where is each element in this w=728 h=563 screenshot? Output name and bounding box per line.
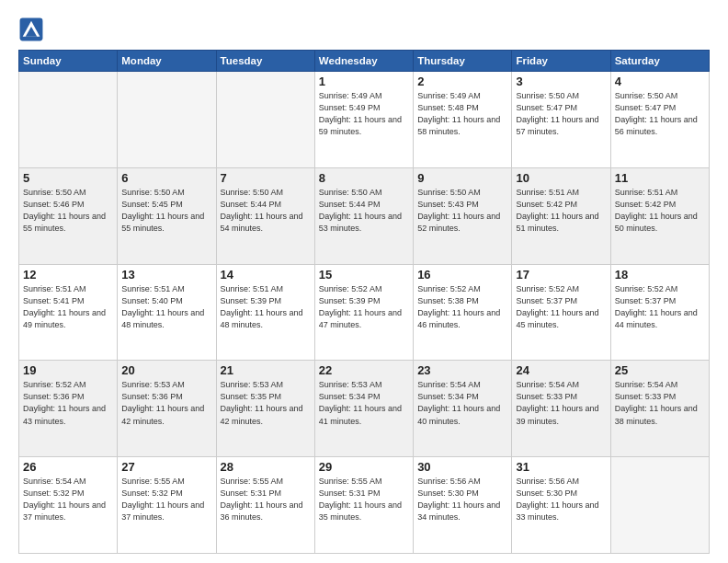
calendar-cell: 16Sunrise: 5:52 AM Sunset: 5:38 PM Dayli…: [414, 264, 512, 361]
calendar-cell: 9Sunrise: 5:50 AM Sunset: 5:43 PM Daylig…: [414, 167, 512, 264]
day-info: Sunrise: 5:52 AM Sunset: 5:36 PM Dayligh…: [23, 379, 113, 427]
calendar-cell: 28Sunrise: 5:55 AM Sunset: 5:31 PM Dayli…: [216, 457, 314, 554]
day-number: 20: [121, 363, 211, 377]
calendar-cell: [610, 457, 709, 554]
calendar-cell: 30Sunrise: 5:56 AM Sunset: 5:30 PM Dayli…: [414, 457, 512, 554]
calendar-cell: 15Sunrise: 5:52 AM Sunset: 5:39 PM Dayli…: [314, 264, 413, 361]
day-info: Sunrise: 5:52 AM Sunset: 5:39 PM Dayligh…: [319, 283, 409, 331]
day-info: Sunrise: 5:51 AM Sunset: 5:41 PM Dayligh…: [23, 283, 113, 331]
weekday-header-row: SundayMondayTuesdayWednesdayThursdayFrid…: [19, 51, 710, 72]
day-number: 14: [221, 268, 311, 282]
calendar-table: SundayMondayTuesdayWednesdayThursdayFrid…: [18, 50, 710, 554]
day-info: Sunrise: 5:53 AM Sunset: 5:36 PM Dayligh…: [121, 379, 211, 427]
day-number: 16: [417, 268, 507, 282]
day-info: Sunrise: 5:52 AM Sunset: 5:37 PM Dayligh…: [516, 283, 606, 331]
calendar-cell: 21Sunrise: 5:53 AM Sunset: 5:35 PM Dayli…: [216, 361, 314, 457]
weekday-saturday: Saturday: [610, 51, 709, 72]
day-number: 28: [221, 460, 311, 474]
logo: [18, 17, 48, 42]
day-info: Sunrise: 5:54 AM Sunset: 5:32 PM Dayligh…: [23, 476, 113, 523]
calendar-cell: 10Sunrise: 5:51 AM Sunset: 5:42 PM Dayli…: [512, 167, 610, 264]
day-info: Sunrise: 5:54 AM Sunset: 5:33 PM Dayligh…: [516, 379, 606, 427]
day-number: 11: [615, 171, 705, 185]
calendar-cell: 22Sunrise: 5:53 AM Sunset: 5:34 PM Dayli…: [314, 361, 413, 457]
week-row-4: 19Sunrise: 5:52 AM Sunset: 5:36 PM Dayli…: [19, 361, 710, 457]
day-number: 19: [23, 363, 113, 377]
day-number: 23: [417, 363, 507, 377]
week-row-1: 1Sunrise: 5:49 AM Sunset: 5:49 PM Daylig…: [19, 72, 710, 168]
calendar-cell: 23Sunrise: 5:54 AM Sunset: 5:34 PM Dayli…: [414, 361, 512, 457]
calendar-cell: 6Sunrise: 5:50 AM Sunset: 5:45 PM Daylig…: [118, 167, 216, 264]
day-info: Sunrise: 5:56 AM Sunset: 5:30 PM Dayligh…: [417, 476, 507, 523]
day-number: 8: [319, 171, 409, 185]
calendar-cell: 3Sunrise: 5:50 AM Sunset: 5:47 PM Daylig…: [512, 72, 610, 168]
day-info: Sunrise: 5:52 AM Sunset: 5:38 PM Dayligh…: [417, 283, 507, 331]
calendar-cell: 12Sunrise: 5:51 AM Sunset: 5:41 PM Dayli…: [19, 264, 118, 361]
day-number: 15: [319, 268, 409, 282]
day-info: Sunrise: 5:50 AM Sunset: 5:47 PM Dayligh…: [516, 90, 606, 138]
day-number: 4: [615, 75, 705, 88]
day-info: Sunrise: 5:50 AM Sunset: 5:43 PM Dayligh…: [417, 187, 507, 235]
week-row-3: 12Sunrise: 5:51 AM Sunset: 5:41 PM Dayli…: [19, 264, 710, 361]
day-info: Sunrise: 5:52 AM Sunset: 5:37 PM Dayligh…: [615, 283, 705, 331]
day-info: Sunrise: 5:49 AM Sunset: 5:48 PM Dayligh…: [417, 90, 507, 138]
day-info: Sunrise: 5:50 AM Sunset: 5:45 PM Dayligh…: [121, 187, 211, 235]
day-info: Sunrise: 5:54 AM Sunset: 5:34 PM Dayligh…: [417, 379, 507, 427]
calendar-cell: 11Sunrise: 5:51 AM Sunset: 5:42 PM Dayli…: [610, 167, 709, 264]
day-info: Sunrise: 5:51 AM Sunset: 5:42 PM Dayligh…: [516, 187, 606, 235]
day-number: 17: [516, 268, 606, 282]
day-number: 25: [615, 363, 705, 377]
calendar-cell: 29Sunrise: 5:55 AM Sunset: 5:31 PM Dayli…: [314, 457, 413, 554]
day-info: Sunrise: 5:55 AM Sunset: 5:31 PM Dayligh…: [221, 476, 311, 523]
calendar-cell: 5Sunrise: 5:50 AM Sunset: 5:46 PM Daylig…: [19, 167, 118, 264]
weekday-sunday: Sunday: [19, 51, 118, 72]
day-number: 24: [516, 363, 606, 377]
calendar-cell: 20Sunrise: 5:53 AM Sunset: 5:36 PM Dayli…: [118, 361, 216, 457]
day-number: 12: [23, 268, 113, 282]
day-info: Sunrise: 5:55 AM Sunset: 5:32 PM Dayligh…: [121, 476, 211, 523]
day-info: Sunrise: 5:50 AM Sunset: 5:46 PM Dayligh…: [23, 187, 113, 235]
calendar-cell: 25Sunrise: 5:54 AM Sunset: 5:33 PM Dayli…: [610, 361, 709, 457]
page: SundayMondayTuesdayWednesdayThursdayFrid…: [0, 0, 728, 563]
weekday-wednesday: Wednesday: [314, 51, 413, 72]
day-number: 7: [221, 171, 311, 185]
day-number: 30: [417, 460, 507, 474]
calendar-cell: 1Sunrise: 5:49 AM Sunset: 5:49 PM Daylig…: [314, 72, 413, 168]
calendar-cell: 17Sunrise: 5:52 AM Sunset: 5:37 PM Dayli…: [512, 264, 610, 361]
calendar-cell: 18Sunrise: 5:52 AM Sunset: 5:37 PM Dayli…: [610, 264, 709, 361]
day-number: 3: [516, 75, 606, 88]
day-number: 18: [615, 268, 705, 282]
day-info: Sunrise: 5:51 AM Sunset: 5:42 PM Dayligh…: [615, 187, 705, 235]
calendar-cell: [19, 72, 118, 168]
week-row-2: 5Sunrise: 5:50 AM Sunset: 5:46 PM Daylig…: [19, 167, 710, 264]
day-number: 26: [23, 460, 113, 474]
weekday-thursday: Thursday: [414, 51, 512, 72]
day-info: Sunrise: 5:54 AM Sunset: 5:33 PM Dayligh…: [615, 379, 705, 427]
day-info: Sunrise: 5:50 AM Sunset: 5:44 PM Dayligh…: [221, 187, 311, 235]
day-number: 1: [319, 75, 409, 88]
calendar-cell: 26Sunrise: 5:54 AM Sunset: 5:32 PM Dayli…: [19, 457, 118, 554]
calendar-cell: 27Sunrise: 5:55 AM Sunset: 5:32 PM Dayli…: [118, 457, 216, 554]
day-number: 29: [319, 460, 409, 474]
day-number: 2: [417, 75, 507, 88]
day-info: Sunrise: 5:51 AM Sunset: 5:39 PM Dayligh…: [221, 283, 311, 331]
day-number: 5: [23, 171, 113, 185]
day-info: Sunrise: 5:51 AM Sunset: 5:40 PM Dayligh…: [121, 283, 211, 331]
day-number: 31: [516, 460, 606, 474]
week-row-5: 26Sunrise: 5:54 AM Sunset: 5:32 PM Dayli…: [19, 457, 710, 554]
calendar-cell: 31Sunrise: 5:56 AM Sunset: 5:30 PM Dayli…: [512, 457, 610, 554]
header: [18, 17, 710, 42]
day-number: 9: [417, 171, 507, 185]
day-info: Sunrise: 5:50 AM Sunset: 5:44 PM Dayligh…: [319, 187, 409, 235]
calendar-cell: 2Sunrise: 5:49 AM Sunset: 5:48 PM Daylig…: [414, 72, 512, 168]
logo-icon: [18, 17, 44, 42]
calendar-cell: 14Sunrise: 5:51 AM Sunset: 5:39 PM Dayli…: [216, 264, 314, 361]
day-info: Sunrise: 5:55 AM Sunset: 5:31 PM Dayligh…: [319, 476, 409, 523]
day-info: Sunrise: 5:50 AM Sunset: 5:47 PM Dayligh…: [615, 90, 705, 138]
day-number: 21: [221, 363, 311, 377]
day-info: Sunrise: 5:53 AM Sunset: 5:34 PM Dayligh…: [319, 379, 409, 427]
day-number: 6: [121, 171, 211, 185]
calendar-cell: 4Sunrise: 5:50 AM Sunset: 5:47 PM Daylig…: [610, 72, 709, 168]
weekday-tuesday: Tuesday: [216, 51, 314, 72]
weekday-monday: Monday: [118, 51, 216, 72]
